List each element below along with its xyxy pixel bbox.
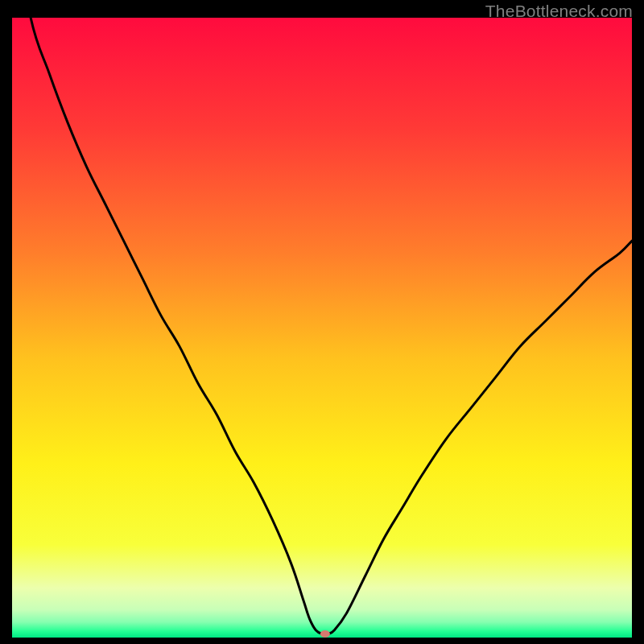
minimum-marker (320, 630, 330, 638)
chart-frame: TheBottleneck.com (0, 0, 644, 644)
bottleneck-chart (12, 18, 632, 638)
